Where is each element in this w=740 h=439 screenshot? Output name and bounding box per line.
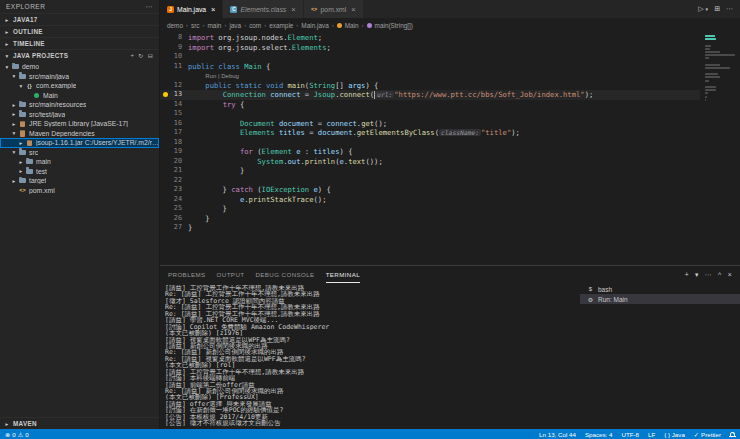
terminal-output[interactable]: [請益] 工控背景工作十年不理想,請教未來出路Re: [請益] 工控背景工作十年… xyxy=(160,283,580,429)
code-line[interactable]: 8import org.jsoup.nodes.Element; xyxy=(160,33,700,43)
code-text: } xyxy=(188,166,700,176)
encoding[interactable]: UTF-8 xyxy=(621,431,639,438)
code-line[interactable]: 22 xyxy=(160,176,700,186)
code-token: ; xyxy=(326,43,330,52)
code-line[interactable]: 24 e.printStackTrace(); xyxy=(160,195,700,205)
tree-item[interactable]: ▸src/test/java xyxy=(0,110,159,120)
tree-item[interactable]: ▾src xyxy=(0,148,159,158)
more-actions-icon[interactable]: ⋯ xyxy=(705,271,712,279)
tree-item[interactable]: Main xyxy=(0,91,159,101)
minimap-line xyxy=(705,89,716,91)
close-panel-icon[interactable]: × xyxy=(728,271,732,278)
refresh-icon[interactable]: ↻ xyxy=(138,52,143,59)
code-line[interactable]: 23 } catch (IOException e) { xyxy=(160,185,700,195)
tab-debug-console[interactable]: DEBUG CONSOLE xyxy=(255,266,314,283)
tree-item[interactable]: ▸test xyxy=(0,167,159,177)
terminal-item-bash[interactable]: $ bash xyxy=(580,284,740,294)
notifications-bell-icon[interactable] xyxy=(730,432,735,436)
new-terminal-icon[interactable]: + xyxy=(685,271,689,278)
tree-item[interactable]: ▾Maven Dependencies xyxy=(0,129,159,139)
tab-problems[interactable]: PROBLEMS xyxy=(168,266,206,283)
breadcrumb-item[interactable]: example xyxy=(269,22,293,29)
maximize-panel-icon[interactable]: ^ xyxy=(718,271,722,278)
tree-item[interactable]: <>pom.xml xyxy=(0,186,159,196)
code-line[interactable]: 20 System.out.println(e.text()); xyxy=(160,157,700,167)
code-line[interactable]: 18 xyxy=(160,138,700,148)
breadcrumb-item[interactable]: Main xyxy=(345,22,359,29)
code-token: public xyxy=(188,62,214,71)
tree-item[interactable]: ▸jsoup-1.16.1.jar C:/Users/YJETR/.m2/rep… xyxy=(0,138,159,148)
breadcrumb-item[interactable]: Main.java xyxy=(301,22,328,29)
breadcrumb-item[interactable]: demo xyxy=(167,22,183,29)
run-button[interactable]: ▷ xyxy=(698,5,703,13)
tab-output[interactable]: OUTPUT xyxy=(217,266,245,283)
breadcrumb-separator: › xyxy=(186,22,188,28)
tree-item[interactable]: ▾demo xyxy=(0,62,159,72)
split-editor-icon[interactable]: ⊞ xyxy=(714,5,720,13)
code-token: Elements xyxy=(240,128,275,137)
problems-status[interactable]: ⊗ 0 ⚠ 0 xyxy=(5,431,29,438)
terminal-dropdown-icon[interactable]: ▾ xyxy=(695,271,699,279)
collapse-all-icon[interactable]: ⊟ xyxy=(148,52,153,59)
gear-icon: ⚙ xyxy=(587,296,594,303)
tree-item[interactable]: ▸main xyxy=(0,157,159,167)
indentation[interactable]: Spaces: 4 xyxy=(585,431,613,438)
code-line[interactable]: 21 } xyxy=(160,166,700,176)
minimap[interactable] xyxy=(702,34,740,265)
code-line[interactable]: 17 Elements titles = document.getElement… xyxy=(160,128,700,138)
breadcrumb-item[interactable]: main xyxy=(208,22,222,29)
jar-icon xyxy=(25,139,34,147)
code-line[interactable]: 9import org.jsoup.select.Elements; xyxy=(160,43,700,53)
code-token xyxy=(188,128,240,137)
code-line[interactable]: 25 } xyxy=(160,204,700,214)
terminal-line: [公告] 徵才不符板規或徵才文自刪公告 xyxy=(165,420,580,426)
code-token: void xyxy=(266,81,283,90)
close-icon[interactable]: × xyxy=(351,5,355,14)
cursor-position[interactable]: Ln 13, Col 44 xyxy=(539,431,576,438)
tree-item[interactable]: ▸src/main/resources xyxy=(0,100,159,110)
close-icon[interactable]: × xyxy=(291,5,295,14)
section-outline[interactable]: ▸ OUTLINE xyxy=(0,25,159,37)
code-line[interactable]: 13 Connection connect = Jsoup.connect(ur… xyxy=(160,90,700,100)
code-line[interactable]: 11public class Main { xyxy=(160,62,700,72)
code-line[interactable]: 12 public static void main(String[] args… xyxy=(160,81,700,91)
eol-sequence[interactable]: LF xyxy=(648,431,655,438)
section-timeline[interactable]: ▸ TIMELINE xyxy=(0,37,159,49)
run-dropdown-icon[interactable]: ▾ xyxy=(706,6,709,12)
line-number: 8 xyxy=(160,33,188,43)
terminal-item-run-main[interactable]: ⚙ Run: Main xyxy=(580,294,740,304)
lightbulb-icon[interactable] xyxy=(163,92,168,97)
breadcrumb-item[interactable]: main(String[]) xyxy=(375,22,413,29)
tree-item[interactable]: ▸target xyxy=(0,176,159,186)
code-line[interactable]: 26 } xyxy=(160,214,700,224)
more-actions-icon[interactable]: ⋯ xyxy=(726,5,733,13)
tab-pom-xml[interactable]: <> pom.xml × xyxy=(304,0,364,18)
breadcrumb-item[interactable]: java xyxy=(229,22,241,29)
code-line[interactable]: 19 for (Element e : titles) { xyxy=(160,147,700,157)
close-icon[interactable]: × xyxy=(211,5,215,14)
tab-main-java[interactable]: J Main.java × xyxy=(160,0,223,18)
tree-item[interactable]: ▾src/main/java xyxy=(0,72,159,82)
breadcrumb-item[interactable]: com xyxy=(249,22,261,29)
code-lens-row[interactable]: Run | Debug xyxy=(160,71,700,81)
code-line[interactable]: 16 Document document = connect.get(); xyxy=(160,119,700,129)
more-actions-icon[interactable]: ⋯ xyxy=(146,3,154,11)
breadcrumb-item[interactable]: src xyxy=(191,22,200,29)
language-mode[interactable]: { } Java xyxy=(664,431,685,438)
code-text: System.out.println(e.text()); xyxy=(188,157,700,167)
tab-elements-class[interactable]: C Elements.class × xyxy=(223,0,303,18)
code-line[interactable]: 14 try { xyxy=(160,100,700,110)
tab-terminal[interactable]: TERMINAL xyxy=(326,266,361,283)
tree-item[interactable]: ▾{}com.example xyxy=(0,81,159,91)
code-line[interactable]: 15 xyxy=(160,109,700,119)
breadcrumb: demo›src›main›java›com›example›Main.java… xyxy=(160,18,740,32)
new-project-icon[interactable]: + xyxy=(131,52,135,59)
section-java-projects[interactable]: ▾ JAVA PROJECTS + ↻ ⊟ xyxy=(0,49,159,61)
code-editor[interactable]: 8import org.jsoup.nodes.Element;9import … xyxy=(160,32,740,265)
section-maven[interactable]: ▸ MAVEN xyxy=(0,417,159,429)
formatter-status[interactable]: ✓ Prettier xyxy=(694,431,721,438)
code-line[interactable]: 10 xyxy=(160,52,700,62)
section-java17[interactable]: ▸ JAVA17 xyxy=(0,13,159,25)
code-line[interactable]: 27} xyxy=(160,223,700,233)
tree-item[interactable]: ▸JRE System Library [JavaSE-17] xyxy=(0,119,159,129)
